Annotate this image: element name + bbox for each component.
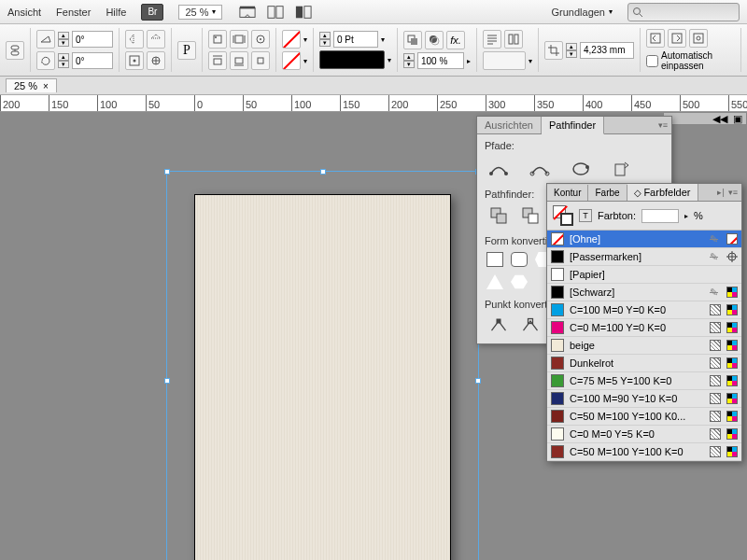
dropdown-arrow-icon[interactable]: ▾ bbox=[303, 57, 307, 65]
swatch-row[interactable]: [Passermarken]✎ bbox=[547, 248, 741, 266]
spinner[interactable]: ▴▾ bbox=[319, 32, 331, 47]
width-field[interactable] bbox=[580, 42, 634, 59]
swatch-row[interactable]: Dunkelrot bbox=[547, 355, 741, 372]
center-content-icon[interactable] bbox=[689, 29, 708, 48]
panel-collapse-bar[interactable]: ◀◀▣ bbox=[663, 112, 747, 125]
paragraph-style-icon[interactable]: P bbox=[177, 41, 196, 60]
screen-mode-icon[interactable] bbox=[237, 3, 258, 21]
horizontal-ruler[interactable]: 2001501005005010015020025030035040045050… bbox=[0, 95, 747, 112]
open-path-icon[interactable] bbox=[528, 159, 552, 179]
global-swatch-icon bbox=[710, 322, 721, 333]
swatch-row[interactable]: C=100 M=0 Y=0 K=0 bbox=[547, 301, 741, 319]
flip-h-icon[interactable] bbox=[125, 30, 144, 49]
close-icon[interactable]: × bbox=[43, 81, 49, 91]
stroke-style-dropdown[interactable] bbox=[319, 50, 385, 69]
tab-kontur[interactable]: Kontur bbox=[547, 185, 588, 201]
spinner[interactable]: ▴▾ bbox=[566, 43, 577, 58]
swatch-row[interactable]: [Papier] bbox=[547, 266, 741, 284]
swatch-row[interactable]: C=75 M=5 Y=100 K=0 bbox=[547, 372, 741, 390]
fit-dropdown[interactable] bbox=[483, 51, 526, 70]
canvas-area[interactable]: ◀◀▣ Ausrichten Pathfinder ▾≡ Pfade: Path… bbox=[0, 112, 747, 560]
point-smooth-icon[interactable] bbox=[518, 315, 543, 336]
drop-shadow-icon[interactable] bbox=[425, 31, 444, 49]
wrap-4-icon[interactable] bbox=[208, 51, 227, 70]
shape-roundrect-icon[interactable] bbox=[511, 252, 528, 267]
registration-icon bbox=[726, 251, 738, 262]
svg-point-15 bbox=[215, 36, 217, 38]
wrap-6-icon[interactable] bbox=[251, 51, 270, 70]
document-tab[interactable]: 25 %× bbox=[6, 78, 57, 92]
zoom-dropdown[interactable]: 25 % bbox=[178, 5, 222, 20]
wrap-5-icon[interactable] bbox=[230, 51, 248, 70]
autofit-checkbox[interactable] bbox=[646, 55, 658, 67]
tab-farbfelder[interactable]: ◇ Farbfelder bbox=[627, 184, 698, 201]
search-field[interactable] bbox=[627, 3, 740, 21]
tint-field[interactable] bbox=[641, 209, 679, 223]
shape-triangle-icon[interactable] bbox=[486, 274, 503, 289]
menu-help[interactable]: Hilfe bbox=[106, 7, 126, 18]
swatches-panel[interactable]: Kontur Farbe ◇ Farbfelder ▸|▾≡ T Farbton… bbox=[546, 183, 742, 462]
text-frame-icon[interactable] bbox=[483, 30, 501, 49]
rotate-field[interactable] bbox=[72, 52, 113, 69]
spinner[interactable]: ▴▾ bbox=[403, 53, 415, 68]
swatch-row[interactable]: [Ohne]✎ bbox=[547, 231, 741, 248]
shape-polygon-icon[interactable] bbox=[511, 274, 528, 289]
tab-align[interactable]: Ausrichten bbox=[477, 117, 542, 133]
swatch-chip bbox=[551, 357, 564, 370]
sel-container-icon[interactable] bbox=[125, 51, 144, 70]
shear-x-icon[interactable] bbox=[36, 30, 55, 49]
link-icon[interactable] bbox=[6, 41, 24, 60]
effects-icon[interactable] bbox=[403, 31, 422, 49]
swatch-chip bbox=[551, 268, 564, 281]
sel-content-icon[interactable] bbox=[147, 51, 165, 70]
arrange-2-icon[interactable] bbox=[293, 3, 314, 21]
wrap-2-icon[interactable] bbox=[230, 30, 248, 49]
menu-window[interactable]: Fenster bbox=[56, 7, 91, 18]
pf-add-icon[interactable] bbox=[486, 205, 511, 226]
crop-icon[interactable] bbox=[544, 41, 563, 60]
swatch-row[interactable]: C=0 M=100 Y=0 K=0 bbox=[547, 319, 741, 337]
stroke-weight-field[interactable] bbox=[333, 31, 378, 48]
reverse-path-icon[interactable] bbox=[610, 159, 634, 179]
fit-frame-icon[interactable] bbox=[668, 29, 686, 48]
columns-icon[interactable] bbox=[504, 30, 523, 49]
fill-stroke-proxy[interactable] bbox=[553, 205, 573, 226]
menu-view[interactable]: Ansicht bbox=[7, 7, 41, 18]
tab-pathfinder[interactable]: Pathfinder bbox=[542, 117, 604, 134]
swatch-row[interactable]: C=50 M=100 Y=100 K=0 bbox=[547, 443, 741, 461]
dropdown-arrow-icon[interactable]: ▾ bbox=[303, 35, 307, 44]
fx-icon[interactable]: fx. bbox=[446, 31, 465, 49]
panel-menu-icon[interactable]: ▾≡ bbox=[728, 188, 738, 197]
pf-subtract-icon[interactable] bbox=[518, 205, 543, 226]
workspace-dropdown[interactable]: Grundlagen bbox=[546, 5, 619, 20]
tab-farbe[interactable]: Farbe bbox=[588, 185, 627, 201]
expand-icon[interactable]: ▸| bbox=[717, 188, 724, 197]
spinner[interactable]: ▴▾ bbox=[58, 53, 69, 68]
fit-content-icon[interactable] bbox=[646, 29, 665, 48]
wrap-1-icon[interactable] bbox=[208, 30, 227, 49]
point-corner-icon[interactable] bbox=[486, 315, 511, 336]
rotate-icon[interactable] bbox=[36, 51, 55, 70]
arrange-icon[interactable] bbox=[265, 3, 286, 21]
swatch-row[interactable]: beige bbox=[547, 337, 741, 355]
swatch-row[interactable]: C=100 M=90 Y=10 K=0 bbox=[547, 390, 741, 408]
swatch-row[interactable]: [Schwarz]✎ bbox=[547, 284, 741, 301]
swatch-row[interactable]: C=50 M=100 Y=100 K0... bbox=[547, 408, 741, 426]
svg-rect-37 bbox=[672, 34, 682, 43]
spinner[interactable]: ▴▾ bbox=[58, 32, 69, 47]
flip-v-icon[interactable] bbox=[147, 30, 165, 49]
formatting-text-icon[interactable]: T bbox=[579, 209, 592, 222]
bridge-button[interactable]: Br bbox=[141, 4, 163, 21]
swatch-chip bbox=[551, 321, 564, 334]
wrap-3-icon[interactable] bbox=[251, 30, 270, 49]
stroke-none-icon[interactable] bbox=[282, 51, 301, 70]
document-page[interactable] bbox=[194, 194, 451, 560]
swatch-row[interactable]: C=0 M=0 Y=5 K=0 bbox=[547, 426, 741, 443]
fill-none-icon[interactable] bbox=[282, 30, 301, 49]
shear-x-field[interactable] bbox=[72, 31, 113, 48]
panel-menu-icon[interactable]: ▾≡ bbox=[658, 120, 668, 130]
opacity-field[interactable] bbox=[417, 52, 464, 69]
close-path-icon[interactable] bbox=[569, 159, 593, 179]
shape-rect-icon[interactable] bbox=[486, 252, 503, 267]
join-path-icon[interactable] bbox=[486, 159, 511, 179]
